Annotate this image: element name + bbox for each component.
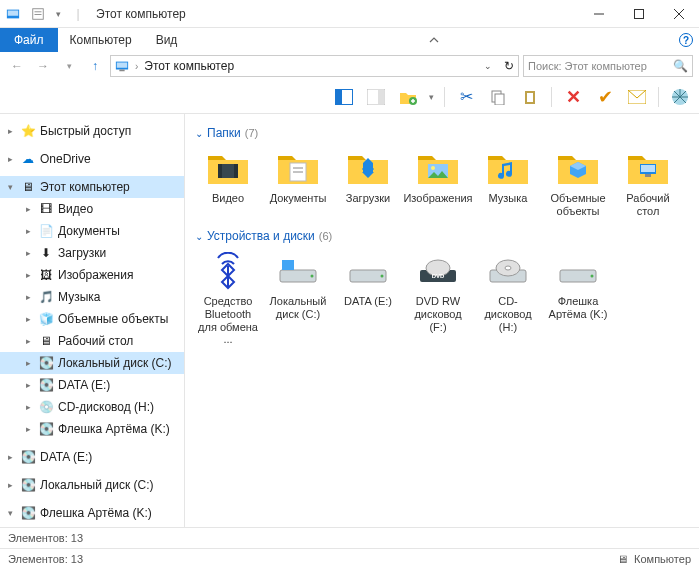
refresh-icon[interactable]: ↻ — [504, 59, 514, 73]
svg-rect-24 — [218, 164, 222, 178]
nav-downloads[interactable]: ▸⬇Загрузки — [0, 242, 184, 264]
download-icon: ⬇ — [38, 245, 54, 261]
nav-data-e-root[interactable]: ▸💽DATA (E:) — [0, 446, 184, 468]
address-bar: ← → ▾ ↑ › Этот компьютер ⌄ ↻ Поиск: Этот… — [0, 52, 699, 80]
tile-pictures[interactable]: Изображения — [405, 148, 471, 217]
svg-point-38 — [381, 275, 384, 278]
delete-icon[interactable]: ✕ — [562, 86, 584, 108]
breadcrumb[interactable]: Этот компьютер — [144, 59, 234, 73]
tile-local-c[interactable]: Локальный диск (C:) — [265, 251, 331, 346]
tile-cd-h[interactable]: CD-дисковод (H:) — [475, 251, 541, 346]
svg-rect-11 — [119, 70, 124, 72]
svg-point-44 — [505, 266, 511, 270]
status-bar-1: Элементов: 13 — [0, 527, 699, 548]
svg-rect-33 — [645, 174, 651, 177]
chevron-down-icon: ⌄ — [195, 128, 203, 139]
maximize-button[interactable] — [619, 0, 659, 28]
nav-recent-icon[interactable]: ▾ — [58, 55, 80, 77]
usb-icon: 💽 — [20, 505, 36, 521]
panel-left-icon[interactable] — [333, 86, 355, 108]
desktop-icon: 🖥 — [38, 333, 54, 349]
menu-computer[interactable]: Компьютер — [58, 28, 144, 52]
svg-rect-18 — [495, 94, 504, 105]
shell-icon[interactable] — [669, 86, 691, 108]
nav-pictures[interactable]: ▸🖼Изображения — [0, 264, 184, 286]
pc-icon — [115, 59, 129, 73]
cut-icon[interactable]: ✂ — [455, 86, 477, 108]
tile-data-e[interactable]: DATA (E:) — [335, 251, 401, 346]
nav-data-e[interactable]: ▸💽DATA (E:) — [0, 374, 184, 396]
search-icon[interactable]: 🔍 — [673, 59, 688, 73]
document-icon: 📄 — [38, 223, 54, 239]
tile-3d-objects[interactable]: Объемные объекты — [545, 148, 611, 217]
nav-documents[interactable]: ▸📄Документы — [0, 220, 184, 242]
drive-icon: 💽 — [38, 377, 54, 393]
tile-music[interactable]: Музыка — [475, 148, 541, 217]
tile-downloads[interactable]: Загрузки — [335, 148, 401, 217]
nav-flash-k-root[interactable]: ▾💽Флешка Артёма (K:) — [0, 502, 184, 524]
nav-pvr[interactable]: 📁PVR — [0, 524, 184, 527]
nav-desktop[interactable]: ▸🖥Рабочий стол — [0, 330, 184, 352]
nav-local-c-root[interactable]: ▸💽Локальный диск (C:) — [0, 474, 184, 496]
close-button[interactable] — [659, 0, 699, 28]
tile-desktop[interactable]: Рабочий стол — [615, 148, 681, 217]
address-dropdown-icon[interactable]: ⌄ — [484, 61, 492, 71]
music-icon: 🎵 — [38, 289, 54, 305]
tile-flash-k[interactable]: Флешка Артёма (K:) — [545, 251, 611, 346]
search-input[interactable]: Поиск: Этот компьютер 🔍 — [523, 55, 693, 77]
title-bar: ▾ | Этот компьютер — [0, 0, 699, 28]
folder-new-icon[interactable] — [397, 86, 419, 108]
nav-videos[interactable]: ▸🎞Видео — [0, 198, 184, 220]
nav-cd-h[interactable]: ▸💿CD-дисковод (H:) — [0, 396, 184, 418]
help-icon[interactable]: ? — [679, 33, 693, 47]
qat-dropdown-icon[interactable]: ▾ — [50, 6, 66, 22]
nav-onedrive[interactable]: ▸☁OneDrive — [0, 148, 184, 170]
menu-view[interactable]: Вид — [144, 28, 190, 52]
paste-icon[interactable] — [519, 86, 541, 108]
nav-3d-objects[interactable]: ▸🧊Объемные объекты — [0, 308, 184, 330]
qat-properties-icon[interactable] — [30, 6, 46, 22]
nav-music[interactable]: ▸🎵Музыка — [0, 286, 184, 308]
nav-quick-access[interactable]: ▸⭐Быстрый доступ — [0, 120, 184, 142]
nav-back-button[interactable]: ← — [6, 55, 28, 77]
address-field[interactable]: › Этот компьютер ⌄ ↻ — [110, 55, 519, 77]
tile-documents[interactable]: Документы — [265, 148, 331, 217]
tile-videos[interactable]: Видео — [195, 148, 261, 217]
drive-icon: 💽 — [20, 449, 36, 465]
apply-icon[interactable]: ✔ — [594, 86, 616, 108]
content-pane: ⌄ Папки (7) Видео Документы Загрузки Изо… — [185, 114, 699, 527]
svg-rect-6 — [635, 9, 644, 18]
pc-icon: 🖥 — [20, 179, 36, 195]
svg-rect-32 — [641, 165, 655, 172]
chevron-down-icon: ⌄ — [195, 231, 203, 242]
app-icon — [0, 7, 26, 21]
svg-point-30 — [431, 166, 435, 170]
svg-rect-4 — [35, 14, 42, 15]
nav-up-button[interactable]: ↑ — [84, 55, 106, 77]
menu-file[interactable]: Файл — [0, 28, 58, 52]
group-devices-header[interactable]: ⌄ Устройства и диски (6) — [195, 229, 689, 243]
nav-local-disk-c[interactable]: ▸💽Локальный диск (C:) — [0, 352, 184, 374]
nav-forward-button[interactable]: → — [32, 55, 54, 77]
minimize-button[interactable] — [579, 0, 619, 28]
svg-rect-10 — [117, 63, 128, 68]
status-computer-label: Компьютер — [634, 553, 691, 565]
search-placeholder: Поиск: Этот компьютер — [528, 60, 647, 72]
pc-small-icon: 🖥 — [617, 553, 628, 565]
tile-dvd-f[interactable]: DVDDVD RW дисковод (F:) — [405, 251, 471, 346]
svg-rect-3 — [35, 11, 42, 12]
tile-bluetooth[interactable]: Средство Bluetooth для обмена ... — [195, 251, 261, 346]
status-item-count-2: Элементов: 13 — [8, 553, 83, 565]
copy-icon[interactable] — [487, 86, 509, 108]
mail-icon[interactable] — [626, 86, 648, 108]
nav-this-pc[interactable]: ▾🖥Этот компьютер — [0, 176, 184, 198]
drive-icon: 💽 — [38, 355, 54, 371]
toolbar: ▾ ✂ ✕ ✔ — [0, 80, 699, 114]
group-folders-header[interactable]: ⌄ Папки (7) — [195, 126, 689, 140]
nav-flash-k[interactable]: ▸💽Флешка Артёма (K:) — [0, 418, 184, 440]
panel-right-icon[interactable] — [365, 86, 387, 108]
svg-rect-25 — [234, 164, 238, 178]
svg-point-46 — [591, 275, 594, 278]
ribbon-collapse-icon[interactable] — [422, 28, 446, 52]
cloud-icon: ☁ — [20, 151, 36, 167]
